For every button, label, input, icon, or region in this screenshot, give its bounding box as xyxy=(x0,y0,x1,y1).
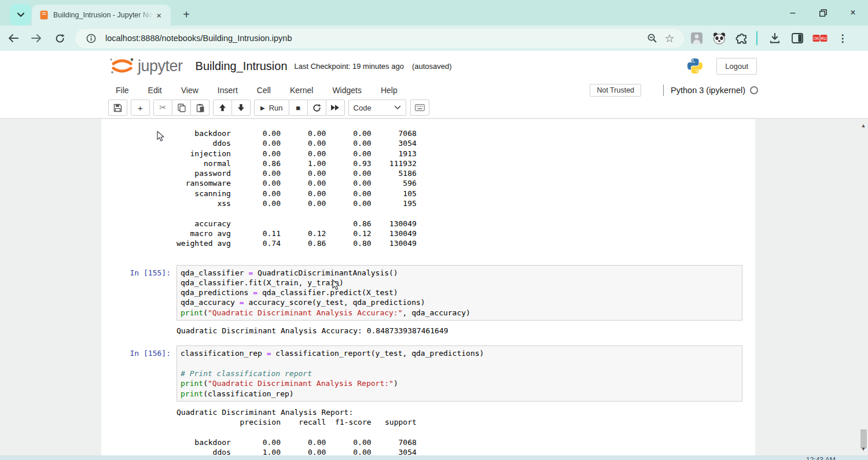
tab-close-icon[interactable]: × xyxy=(153,9,165,21)
code-token: ) xyxy=(393,379,398,388)
back-icon[interactable] xyxy=(3,28,23,48)
new-tab-button[interactable]: + xyxy=(178,6,194,23)
restart-kernel-button[interactable] xyxy=(307,100,326,116)
kernel-idle-icon xyxy=(750,86,758,94)
zoom-icon[interactable] xyxy=(643,30,661,47)
panda-extension-icon[interactable] xyxy=(709,28,729,48)
code-cell-155[interactable]: In [155]: qda_classifier = QuadraticDisc… xyxy=(101,265,742,321)
code-token: print xyxy=(181,379,203,388)
code-token: qda_predictions xyxy=(181,288,253,297)
code-token: print xyxy=(181,308,203,317)
restore-button[interactable] xyxy=(808,0,838,25)
menu-widgets[interactable]: Widgets xyxy=(332,86,362,95)
scrollbar-up-icon[interactable]: ▲ xyxy=(860,123,867,128)
code-line xyxy=(181,359,738,369)
autosaved-text: (autosaved) xyxy=(412,62,452,71)
code-token: print xyxy=(181,389,203,398)
logout-button[interactable]: Logout xyxy=(716,58,757,75)
scrollbar-down-icon[interactable]: ▼ xyxy=(860,446,867,452)
svg-text:RU: RU xyxy=(821,36,826,41)
jupyter-wordmark[interactable]: jupyter xyxy=(138,57,183,75)
close-window-button[interactable]: × xyxy=(838,0,868,25)
extension-icon-red[interactable]: OKRU xyxy=(810,28,830,48)
menu-kernel[interactable]: Kernel xyxy=(290,86,313,95)
interrupt-kernel-button[interactable]: ■ xyxy=(289,100,308,116)
code-token: QuadraticDiscriminantAnalysis() xyxy=(253,268,398,277)
extensions-puzzle-icon[interactable] xyxy=(732,28,752,48)
profile-extension-icon[interactable] xyxy=(687,28,707,48)
notebook-container: backdoor 0.00 0.00 0.00 7068 ddos 0.00 0… xyxy=(101,119,755,455)
code-token: qda_classifier.fit(X_train, y_train) xyxy=(181,278,344,287)
accuracy-output-155: Quadratic Discriminant Analysis Accuracy… xyxy=(176,326,755,336)
download-icon[interactable] xyxy=(765,28,785,48)
input-prompt-155: In [155]: xyxy=(101,265,176,321)
notebook-scroll-area[interactable]: backdoor 0.00 0.00 0.00 7068 ddos 0.00 0… xyxy=(0,119,868,455)
jupyter-favicon-icon xyxy=(40,10,48,20)
code-line: # Print classification report xyxy=(181,369,738,378)
browser-menu-icon[interactable]: ⋮ xyxy=(833,28,852,48)
browser-toolbar: localhost:8888/notebooks/Building_Intrus… xyxy=(0,25,868,51)
code-token: = xyxy=(240,298,244,307)
code-line: qda_accuracy = accuracy_score(y_test, qd… xyxy=(181,297,738,307)
arrow-up-icon xyxy=(219,104,226,112)
code-line: classification_rep = classification_repo… xyxy=(181,348,738,358)
menu-help[interactable]: Help xyxy=(381,86,398,95)
window-controls: – × xyxy=(778,0,868,25)
bookmark-star-icon[interactable]: ☆ xyxy=(661,30,678,47)
menu-bar: File Edit View Insert Cell Kernel Widget… xyxy=(0,81,868,100)
classification-report-output-156: Quadratic Discriminant Analysis Report: … xyxy=(176,407,755,455)
code-token: = xyxy=(267,349,271,358)
jupyter-header: jupyter Building_Intrusion Last Checkpoi… xyxy=(0,51,868,81)
scissors-icon: ✂ xyxy=(159,102,167,113)
code-token: qda_classifier.predict(X_test) xyxy=(258,288,398,297)
code-token: "Quadratic Discriminant Analysis Report:… xyxy=(208,379,393,388)
notebook-title[interactable]: Building_Intrusion xyxy=(196,60,288,73)
browser-tab-strip: Building_Intrusion - Jupyter Not × + – × xyxy=(0,0,868,25)
menu-view[interactable]: View xyxy=(181,86,198,95)
menu-edit[interactable]: Edit xyxy=(148,86,162,95)
copy-button[interactable] xyxy=(172,100,191,116)
fast-forward-icon xyxy=(330,104,340,111)
classification-report-output-top: backdoor 0.00 0.00 0.00 7068 ddos 0.00 0… xyxy=(176,128,755,249)
site-info-icon[interactable] xyxy=(82,30,100,47)
forward-icon[interactable] xyxy=(27,28,46,48)
code-line: qda_classifier.fit(X_train, y_train) xyxy=(181,278,738,288)
move-cell-down-button[interactable] xyxy=(231,100,251,116)
paste-icon xyxy=(196,104,204,112)
code-line: qda_classifier = QuadraticDiscriminantAn… xyxy=(181,268,738,278)
python-logo-icon xyxy=(686,57,704,75)
url-text[interactable]: localhost:8888/notebooks/Building_Intrus… xyxy=(105,34,643,43)
code-token: # Print classification report xyxy=(181,369,312,378)
svg-text:OK: OK xyxy=(813,36,819,41)
menu-insert[interactable]: Insert xyxy=(218,86,238,95)
notebook-toolbar: + ✂ ▶ Run ■ xyxy=(0,100,868,119)
run-button[interactable]: ▶ Run xyxy=(254,100,289,116)
paste-button[interactable] xyxy=(190,100,209,116)
restart-run-all-button[interactable] xyxy=(326,100,345,116)
cell-type-select[interactable]: Code xyxy=(348,100,406,116)
jupyter-logo-icon[interactable] xyxy=(109,56,135,76)
play-icon: ▶ xyxy=(260,105,265,111)
not-trusted-badge[interactable]: Not Trusted xyxy=(590,84,641,97)
code-line: print(classification_rep) xyxy=(181,389,738,399)
tab-search-button[interactable] xyxy=(10,4,31,25)
menu-file[interactable]: File xyxy=(116,86,129,95)
url-bar[interactable]: localhost:8888/notebooks/Building_Intrus… xyxy=(75,29,684,48)
code-input-155[interactable]: qda_classifier = QuadraticDiscriminantAn… xyxy=(176,265,742,321)
add-cell-button[interactable]: + xyxy=(131,100,150,116)
command-palette-button[interactable] xyxy=(410,100,429,116)
reload-icon[interactable] xyxy=(50,28,69,48)
move-cell-up-button[interactable] xyxy=(213,100,232,116)
kernel-name: Python 3 (ipykernel) xyxy=(671,86,745,95)
menu-cell[interactable]: Cell xyxy=(257,86,271,95)
code-token: accuracy_score(y_test, qda_predictions) xyxy=(244,298,425,307)
code-token: ( xyxy=(203,379,208,388)
minimize-button[interactable]: – xyxy=(778,0,808,25)
toolbar-divider xyxy=(756,31,757,45)
code-input-156[interactable]: classification_rep = classification_repo… xyxy=(176,345,742,401)
code-cell-156[interactable]: In [156]: classification_rep = classific… xyxy=(101,345,742,401)
cut-button[interactable]: ✂ xyxy=(153,100,172,116)
save-button[interactable] xyxy=(108,100,127,116)
side-panel-icon[interactable] xyxy=(788,28,807,48)
browser-tab[interactable]: Building_Intrusion - Jupyter Not × xyxy=(32,5,171,25)
